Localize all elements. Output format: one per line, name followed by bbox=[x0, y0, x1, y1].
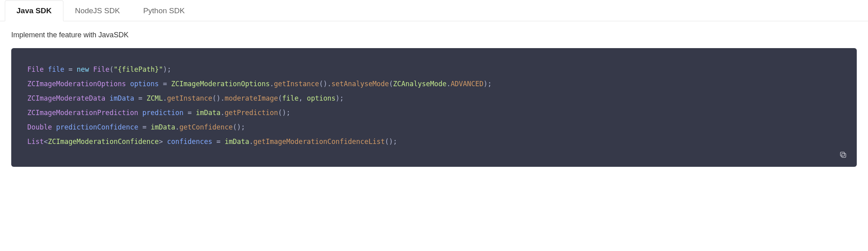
code-token: = bbox=[163, 80, 167, 88]
code-token: = bbox=[143, 123, 147, 131]
code-token: getImageModerationConfidenceList bbox=[253, 138, 385, 146]
code-token: Double bbox=[27, 123, 52, 131]
code-token: ADVANCED bbox=[450, 80, 483, 88]
code-token: ; bbox=[488, 80, 492, 88]
sdk-tabs: Java SDK NodeJS SDK Python SDK bbox=[0, 0, 868, 21]
code-token: ZCImageModerationOptions bbox=[171, 80, 270, 88]
code-token: File bbox=[27, 65, 44, 73]
code-token: , bbox=[299, 94, 303, 102]
tab-label: NodeJS SDK bbox=[75, 6, 120, 15]
code-token: options bbox=[307, 94, 336, 102]
code-token: ) bbox=[483, 80, 487, 88]
code-token: . bbox=[446, 80, 450, 88]
code-token bbox=[159, 80, 163, 88]
code-token: () bbox=[385, 138, 393, 146]
code-token: ( bbox=[389, 80, 393, 88]
copy-icon bbox=[839, 151, 847, 159]
code-line: ZCImageModerationPrediction prediction =… bbox=[27, 109, 290, 117]
code-line: Double predictionConfidence = imData.get… bbox=[27, 123, 245, 131]
code-line: List<ZCImageModerationConfidence> confid… bbox=[27, 138, 397, 146]
code-token: "{filePath}" bbox=[114, 65, 163, 73]
tab-label: Java SDK bbox=[16, 6, 52, 15]
code-token bbox=[192, 109, 196, 117]
code-token bbox=[220, 138, 224, 146]
code-token bbox=[134, 94, 138, 102]
code-token: = bbox=[187, 109, 192, 117]
code-line: ZCImageModerationOptions options = ZCIma… bbox=[27, 80, 492, 88]
sdk-description: Implement the feature with JavaSDK bbox=[11, 31, 857, 39]
code-token: options bbox=[130, 80, 159, 88]
svg-rect-0 bbox=[842, 154, 846, 158]
code-token: predictionConfidence bbox=[56, 123, 139, 131]
code-pre: File file = new File("{filePath}"); ZCIm… bbox=[27, 63, 841, 149]
code-token bbox=[147, 123, 151, 131]
code-token: () bbox=[212, 94, 220, 102]
code-token: . bbox=[163, 94, 167, 102]
code-token: imData bbox=[196, 109, 220, 117]
code-token: getInstance bbox=[167, 94, 212, 102]
code-token: List bbox=[27, 138, 44, 146]
code-token: File bbox=[93, 65, 110, 73]
code-token: file bbox=[48, 65, 64, 73]
code-token: . bbox=[175, 123, 179, 131]
code-token bbox=[303, 94, 307, 102]
code-token bbox=[212, 138, 216, 146]
code-token: . bbox=[327, 80, 331, 88]
code-token: ; bbox=[393, 138, 397, 146]
code-token: = bbox=[216, 138, 220, 146]
code-token bbox=[167, 80, 171, 88]
code-token: < bbox=[44, 138, 48, 146]
code-token bbox=[89, 65, 93, 73]
code-token: ) bbox=[163, 65, 167, 73]
code-token: ZCImageModerationConfidence bbox=[48, 138, 159, 146]
code-token: > bbox=[159, 138, 163, 146]
svg-rect-1 bbox=[840, 152, 844, 156]
code-token: prediction bbox=[143, 109, 183, 117]
tab-python-sdk[interactable]: Python SDK bbox=[132, 0, 197, 21]
code-token bbox=[52, 123, 56, 131]
code-token bbox=[64, 65, 68, 73]
code-token: ; bbox=[241, 123, 245, 131]
code-line: ZCImageModerateData imData = ZCML.getIns… bbox=[27, 94, 344, 102]
code-token: imData bbox=[151, 123, 175, 131]
code-token: . bbox=[249, 138, 253, 146]
code-block: File file = new File("{filePath}"); ZCIm… bbox=[11, 48, 857, 167]
code-token: ( bbox=[278, 94, 282, 102]
code-token: setAnalyseMode bbox=[332, 80, 389, 88]
code-token: moderateImage bbox=[224, 94, 278, 102]
code-token: () bbox=[233, 123, 241, 131]
code-token bbox=[73, 65, 77, 73]
code-token: ZCImageModerateData bbox=[27, 94, 105, 102]
code-token bbox=[105, 94, 109, 102]
code-token: . bbox=[220, 94, 224, 102]
code-token: ZCAnalyseMode bbox=[393, 80, 446, 88]
code-token: file bbox=[282, 94, 299, 102]
tab-nodejs-sdk[interactable]: NodeJS SDK bbox=[63, 0, 132, 21]
code-token: . bbox=[270, 80, 274, 88]
code-token: () bbox=[319, 80, 327, 88]
copy-button[interactable] bbox=[837, 149, 849, 160]
code-token: new bbox=[77, 65, 89, 73]
code-token: getInstance bbox=[274, 80, 319, 88]
tab-label: Python SDK bbox=[143, 6, 185, 15]
code-token: ) bbox=[336, 94, 340, 102]
code-token: ZCML bbox=[147, 94, 163, 102]
code-token: imData bbox=[110, 94, 134, 102]
code-token bbox=[138, 123, 142, 131]
code-token: getConfidence bbox=[179, 123, 233, 131]
code-token: imData bbox=[224, 138, 249, 146]
code-token: = bbox=[68, 65, 72, 73]
code-token bbox=[126, 80, 130, 88]
code-token: getPrediction bbox=[224, 109, 278, 117]
code-token bbox=[183, 109, 187, 117]
code-token bbox=[44, 65, 48, 73]
code-token: confidences bbox=[167, 138, 212, 146]
code-token: ; bbox=[286, 109, 290, 117]
code-line: File file = new File("{filePath}"); bbox=[27, 65, 171, 73]
code-token bbox=[163, 138, 167, 146]
tab-java-sdk[interactable]: Java SDK bbox=[5, 0, 63, 21]
code-token: ZCImageModerationOptions bbox=[27, 80, 126, 88]
code-token bbox=[138, 109, 142, 117]
code-token: ; bbox=[167, 65, 171, 73]
code-token: ; bbox=[340, 94, 344, 102]
